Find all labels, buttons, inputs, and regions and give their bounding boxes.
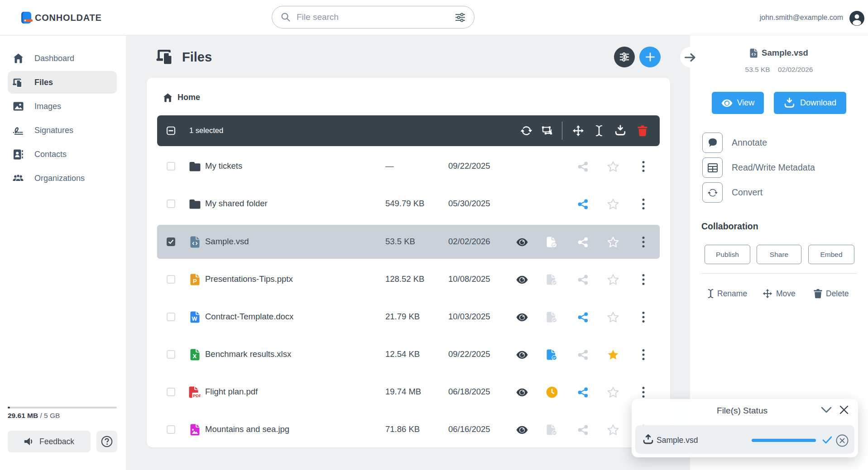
svg-text:W: W	[192, 316, 197, 322]
svg-text:PDF: PDF	[193, 393, 201, 398]
svg-text:P: P	[193, 278, 197, 285]
svg-text:X: X	[192, 353, 197, 360]
